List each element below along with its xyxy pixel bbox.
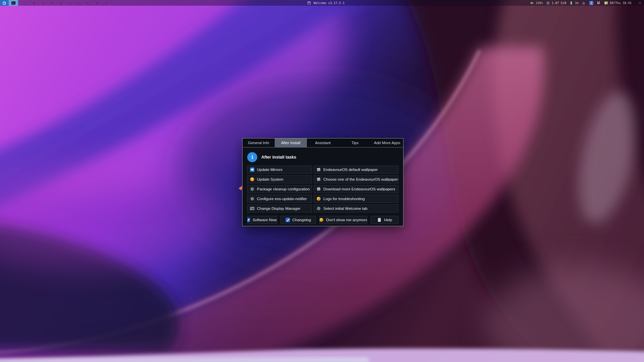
button-label: Help: [384, 218, 392, 222]
file-manager-launcher-icon[interactable]: ▤: [29, 1, 38, 5]
button-label: Don't show me anymore: [326, 218, 367, 222]
code-editor-launcher-icon[interactable]: (): [38, 1, 47, 5]
footer-button-row: Software News Changelog Don't show me an…: [247, 216, 398, 224]
news-icon: [247, 218, 250, 222]
button-label: Change Display Manager: [257, 206, 301, 210]
update-sphere-icon: [250, 177, 254, 181]
download-wallpapers-button[interactable]: Download more EndeavourOS wallpapers: [314, 185, 398, 193]
section-title: After install tasks: [261, 155, 296, 160]
button-label: Update Mirrors: [257, 168, 282, 172]
task-button-grid: Update Mirrors EndeavourOS default wallp…: [247, 166, 398, 213]
tab-content: i After install tasks Update Mirrors End…: [243, 147, 403, 227]
tray-placeholder[interactable]: [638, 1, 643, 5]
power-button[interactable]: [0, 0, 9, 6]
update-mirrors-button[interactable]: Update Mirrors: [247, 166, 312, 174]
button-label: Logs for troubleshooting: [323, 197, 365, 201]
tab-tips[interactable]: Tips: [339, 138, 371, 147]
tab-general-info[interactable]: General Info: [243, 138, 275, 147]
tray-app-icon[interactable]: [596, 1, 601, 5]
change-display-manager-button[interactable]: Change Display Manager: [247, 204, 312, 213]
memory-value: 1.07 GiB: [552, 1, 566, 5]
help-button[interactable]: Help: [371, 216, 398, 224]
tab-after-install[interactable]: After Install: [275, 138, 307, 147]
terminal-launcher-icon[interactable]: >_: [84, 1, 93, 5]
flat-face-icon: [319, 218, 324, 222]
screenshot-launcher-icon[interactable]: ⊡: [56, 1, 65, 5]
battery-value: 1%: [575, 1, 579, 5]
terminal-icon: [11, 1, 16, 5]
keyboard-layout-indicator[interactable]: 1: [589, 1, 593, 5]
button-label: Software News: [253, 218, 277, 222]
monitor-icon: [250, 206, 255, 211]
dont-show-anymore-button[interactable]: Don't show me anymore: [319, 216, 367, 224]
welcome-window: General Info After Install Assistant Tip…: [242, 138, 404, 226]
software-news-button[interactable]: Software News: [247, 216, 277, 224]
window-title-text: Welcome v3.17.5-1: [314, 1, 344, 5]
tab-assistant[interactable]: Assistant: [307, 138, 339, 147]
package-cleanup-button[interactable]: Package cleanup configuration: [247, 185, 312, 193]
button-label: EndeavourOS default wallpaper: [323, 168, 378, 172]
button-label: Update System: [257, 177, 283, 181]
eject-icon: [582, 1, 586, 5]
changelog-button[interactable]: Changelog: [280, 216, 316, 224]
eject-indicator[interactable]: [582, 1, 586, 5]
gear-icon: [250, 196, 255, 201]
photo-icon: [316, 177, 321, 182]
launcher-row: ◌ ▤ () () ⊡ >_ >_ >_ ◉ ○: [20, 0, 111, 6]
button-label: Configure eos-update-notifier: [257, 197, 307, 201]
section-header: i After install tasks: [247, 152, 398, 162]
window-icon: [307, 1, 312, 5]
keyboard-layout-value: 1: [589, 1, 593, 5]
help-page-icon: [377, 218, 382, 222]
hushed-face-icon: [316, 196, 321, 201]
volume-value: 100%: [536, 1, 543, 5]
datetime-value: 09/Thu 18:41: [610, 1, 632, 5]
system-tray: 100% 1.07 GiB 1% 1 09/Thu 18:41: [530, 0, 643, 6]
focused-window-title: Welcome v3.17.5-1: [307, 0, 344, 6]
update-system-button[interactable]: Update System: [247, 175, 312, 183]
configure-update-notifier-button[interactable]: Configure eos-update-notifier: [247, 195, 312, 203]
browser-launcher-icon[interactable]: ◌: [20, 1, 29, 5]
tray-square-icon: [638, 1, 643, 5]
active-terminal-button[interactable]: [9, 0, 18, 6]
battery-indicator[interactable]: 1%: [569, 1, 579, 5]
button-label: Download more EndeavourOS wallpapers: [323, 187, 395, 191]
button-label: Choose one of the EndeavourOS wallpapers: [323, 177, 398, 181]
clock-indicator[interactable]: 09/Thu 18:41: [604, 1, 632, 5]
power-icon: [2, 1, 7, 5]
volume-indicator[interactable]: 100%: [530, 1, 543, 5]
top-panel: ◌ ▤ () () ⊡ >_ >_ >_ ◉ ○ Welcome v3.17.5…: [0, 0, 644, 6]
code-editor-launcher-icon[interactable]: (): [47, 1, 56, 5]
cloud-icon: [250, 167, 255, 172]
gear-icon: [316, 206, 321, 211]
calendar-icon: [604, 1, 609, 5]
news-icon: [285, 218, 290, 222]
speaker-icon: [530, 1, 535, 5]
terminal-launcher-icon[interactable]: >_: [65, 1, 74, 5]
gear-icon: [250, 187, 255, 191]
photo-icon: [316, 167, 321, 172]
terminal-launcher-icon[interactable]: >_: [74, 1, 84, 5]
button-label: Package cleanup configuration: [257, 187, 310, 191]
memory-indicator[interactable]: 1.07 GiB: [546, 1, 566, 5]
settings-launcher-icon[interactable]: ◉: [93, 1, 102, 5]
tab-add-more-apps[interactable]: Add More Apps: [371, 138, 403, 147]
button-label: Changelog: [292, 218, 311, 222]
choose-wallpaper-button[interactable]: Choose one of the EndeavourOS wallpapers: [314, 175, 398, 183]
web-launcher-icon[interactable]: ○: [102, 1, 111, 5]
info-icon: i: [247, 152, 257, 162]
cpu-icon: [546, 1, 551, 5]
battery-icon: [569, 1, 574, 5]
button-label: Select initial Welcome tab: [323, 206, 367, 210]
tab-bar: General Info After Install Assistant Tip…: [243, 138, 403, 147]
photo-icon: [316, 187, 321, 191]
default-wallpaper-button[interactable]: EndeavourOS default wallpaper: [314, 166, 398, 174]
select-initial-tab-button[interactable]: Select initial Welcome tab: [314, 204, 398, 213]
logs-troubleshooting-button[interactable]: Logs for troubleshooting: [314, 195, 398, 203]
paw-icon: [596, 1, 601, 5]
